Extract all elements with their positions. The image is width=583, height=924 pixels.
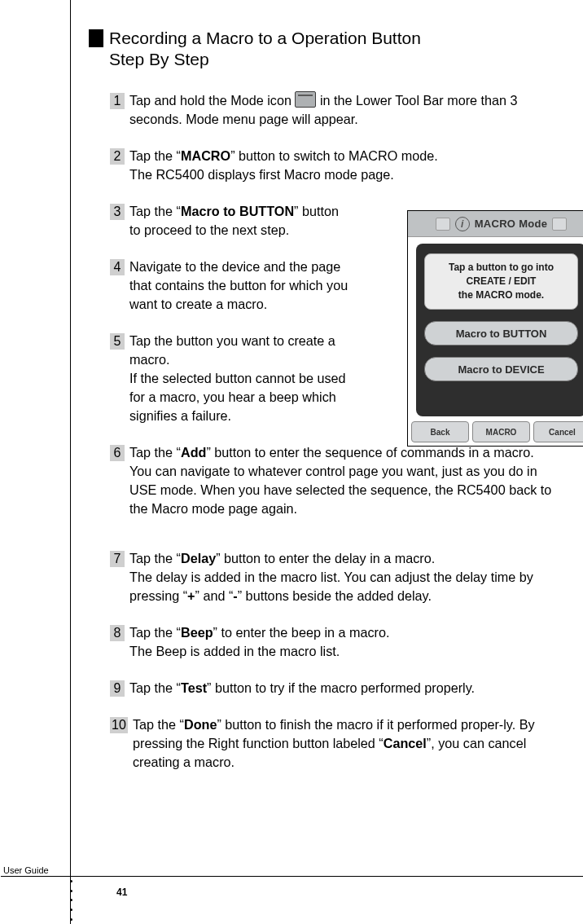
bold-text: + — [187, 588, 195, 603]
step-body: Tap the “Test” button to try if the macr… — [129, 679, 565, 697]
step-10: 10Tap the “Done” button to finish the ma… — [110, 715, 565, 772]
step-1: 1Tap and hold the Mode icon in the Lower… — [110, 91, 565, 129]
bold-text: Beep — [181, 625, 213, 640]
device-body: Tap a button to go intoCREATE / EDITthe … — [416, 244, 583, 416]
device-tab-left — [436, 218, 450, 231]
soft-cancel: Cancel — [533, 421, 583, 442]
title-text: Recording a Macro to a Operation Button … — [109, 28, 421, 70]
step-body: Tap the “Beep” to enter the beep in a ma… — [129, 623, 565, 661]
step-body: Tap the “Macro to BUTTON” button to proc… — [129, 202, 349, 240]
soft-macro: MACRO — [472, 421, 530, 442]
device-header: i MACRO Mode — [408, 211, 583, 237]
step-body: Navigate to the device and the page that… — [129, 257, 349, 314]
title-line2: Step By Step — [109, 50, 209, 68]
step-number: 8 — [110, 625, 125, 641]
step-number: 9 — [110, 680, 125, 697]
step-8: 8Tap the “Beep” to enter the beep in a m… — [110, 623, 565, 661]
step-number: 7 — [110, 551, 125, 567]
device-screenshot: i MACRO Mode Tap a button to go intoCREA… — [407, 210, 583, 447]
step-7: 7Tap the “Delay” button to enter the del… — [110, 549, 565, 605]
step-body: Tap and hold the Mode icon in the Lower … — [129, 91, 565, 129]
bold-text: Test — [181, 680, 207, 695]
footer-label: User Guide — [0, 865, 70, 875]
step-2: 2Tap the “MACRO” button to switch to MAC… — [110, 147, 565, 184]
step-number: 5 — [110, 333, 125, 350]
mode-icon — [295, 91, 316, 108]
device-title: MACRO Mode — [475, 218, 548, 230]
macro-to-button-btn: Macro to BUTTON — [424, 321, 578, 345]
bold-text: - — [233, 588, 237, 603]
page-frame: Recording a Macro to a Operation Button … — [70, 0, 583, 924]
step-number: 10 — [110, 717, 128, 733]
step-number: 2 — [110, 148, 125, 165]
step-6: 6Tap the “Add” button to enter the seque… — [110, 443, 565, 518]
step-number: 3 — [110, 204, 125, 220]
step-body: Tap the “Done” button to finish the macr… — [133, 715, 565, 772]
step-number: 1 — [110, 93, 125, 109]
bold-text: Add — [181, 445, 206, 460]
footer-rule — [1, 876, 583, 877]
page-number: 41 — [116, 887, 127, 898]
step-9: 9Tap the “Test” button to try if the mac… — [110, 679, 565, 697]
bold-text: Delay — [181, 551, 216, 565]
title-marker-icon — [89, 29, 103, 47]
device-tab-right — [552, 218, 567, 231]
bold-text: Done — [184, 717, 217, 732]
bold-text: Cancel — [384, 736, 427, 750]
section-title: Recording a Macro to a Operation Button … — [89, 28, 565, 70]
info-icon: i — [455, 217, 470, 231]
step-number: 6 — [110, 445, 125, 461]
title-line1: Recording a Macro to a Operation Button — [109, 29, 421, 47]
bold-text: MACRO — [181, 148, 230, 163]
device-footer: Back MACRO Cancel — [411, 421, 583, 442]
soft-back: Back — [411, 421, 469, 442]
step-number: 4 — [110, 259, 125, 275]
bold-text: Macro to BUTTON — [181, 204, 294, 218]
macro-to-device-btn: Macro to DEVICE — [424, 357, 578, 381]
step-body: Tap the button you want to create a macr… — [129, 332, 349, 425]
step-body: Tap the “Delay” button to enter the dela… — [129, 549, 565, 605]
step-body: Tap the “MACRO” button to switch to MACR… — [129, 147, 565, 184]
step-body: Tap the “Add” button to enter the sequen… — [129, 443, 565, 518]
binding-dots — [68, 877, 74, 924]
device-message: Tap a button to go intoCREATE / EDITthe … — [424, 253, 578, 310]
